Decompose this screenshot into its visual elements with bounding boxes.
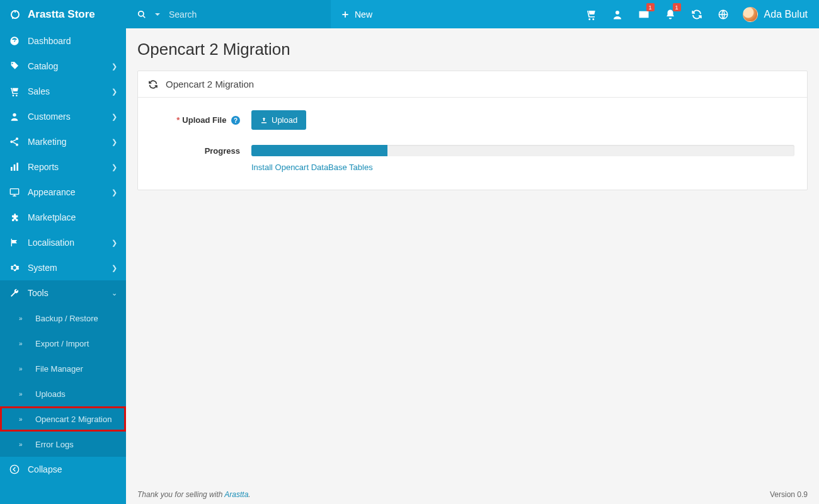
svg-rect-8 (10, 189, 18, 195)
sub-item-label: Uploads (35, 389, 66, 399)
envelope-badge: 1 (646, 3, 655, 11)
help-icon[interactable]: ? (231, 116, 240, 125)
refresh-icon (148, 79, 158, 89)
panel-body: *Upload File ? Upload Progress (138, 98, 807, 190)
svg-point-11 (616, 11, 619, 14)
topbar-right: 1 1 Ada Bulut (578, 0, 819, 28)
sidebar-item-localisation[interactable]: Localisation ❯ (0, 230, 126, 255)
search-filter-caret-icon[interactable] (155, 13, 160, 16)
sidebar-item-appearance[interactable]: Appearance ❯ (0, 180, 126, 205)
topbar-bell-button[interactable]: 1 (657, 0, 684, 28)
chevron-right-icon: ❯ (112, 239, 117, 247)
sub-item-label: Opencart 2 Migration (35, 415, 112, 424)
upload-button[interactable]: Upload (251, 110, 306, 130)
progress-row: Progress Install Opencart DataBase Table… (151, 145, 794, 172)
sidebar-item-reports[interactable]: Reports ❯ (0, 154, 126, 180)
double-chevron-icon: » (19, 441, 28, 448)
sub-item-file-manager[interactable]: »File Manager (0, 356, 126, 381)
sidebar-item-marketing[interactable]: Marketing ❯ (0, 129, 126, 154)
desktop-icon (9, 187, 20, 197)
progress-status-link[interactable]: Install Opencart DataBase Tables (251, 163, 373, 172)
collapse-icon (9, 464, 20, 474)
double-chevron-icon: » (19, 365, 28, 372)
new-button[interactable]: New (331, 0, 382, 28)
double-chevron-icon: » (19, 315, 28, 322)
topbar-user-button[interactable] (604, 0, 631, 28)
sidebar-item-label: Marketplace (28, 212, 76, 222)
flag-icon (9, 238, 20, 248)
chevron-right-icon: ❯ (112, 264, 117, 272)
puzzle-icon (9, 212, 20, 222)
sub-item-uploads[interactable]: »Uploads (0, 381, 126, 406)
upload-button-label: Upload (272, 115, 297, 125)
sidebar-item-customers[interactable]: Customers ❯ (0, 104, 126, 129)
double-chevron-icon: » (19, 416, 28, 423)
avatar (743, 7, 758, 22)
search-input[interactable] (169, 9, 319, 20)
collapse-label: Collapse (28, 464, 62, 474)
sidebar-item-system[interactable]: System ❯ (0, 255, 126, 280)
dashboard-icon (9, 36, 20, 46)
required-asterisk: * (176, 115, 180, 125)
sub-item-backup-restore[interactable]: »Backup / Restore (0, 306, 126, 331)
sidebar-item-label: System (28, 263, 57, 273)
sidebar-item-label: Tools (28, 288, 49, 298)
brand-name: Arastta Store (28, 8, 95, 21)
topbar-user-menu[interactable]: Ada Bulut (736, 7, 819, 22)
chevron-right-icon: ❯ (112, 188, 117, 197)
footer-arastta-link[interactable]: Arastta (224, 490, 248, 499)
sidebar-item-label: Localisation (28, 238, 74, 248)
wrench-icon (9, 288, 20, 298)
upload-icon (260, 117, 268, 124)
search-icon[interactable] (137, 10, 146, 19)
sidebar: Arastta Store Dashboard Catalog ❯ Sales … (0, 0, 126, 504)
sidebar-item-label: Marketing (28, 137, 66, 147)
sidebar-item-tools[interactable]: Tools ⌄ (0, 280, 126, 306)
search-box (126, 0, 331, 28)
sub-item-label: Error Logs (35, 440, 74, 449)
sub-item-label: File Manager (35, 364, 83, 374)
bell-badge: 1 (673, 3, 681, 11)
svg-rect-5 (11, 167, 13, 171)
brand[interactable]: Arastta Store (0, 0, 126, 28)
double-chevron-icon: » (19, 340, 28, 347)
svg-point-2 (10, 140, 13, 143)
chevron-right-icon: ❯ (112, 138, 117, 146)
sidebar-item-label: Appearance (28, 187, 76, 197)
progress-bar-fill (251, 145, 387, 156)
sidebar-item-marketplace[interactable]: Marketplace (0, 205, 126, 230)
topbar-refresh-button[interactable] (684, 0, 710, 28)
footer-thank: Thank you for selling with Arastta. (137, 490, 251, 499)
chart-icon (9, 162, 20, 172)
cart-icon (9, 86, 20, 96)
chevron-right-icon: ❯ (112, 163, 117, 171)
topbar: New 1 1 Ada Bulut (126, 0, 819, 28)
sidebar-item-catalog[interactable]: Catalog ❯ (0, 54, 126, 79)
sub-item-error-logs[interactable]: »Error Logs (0, 432, 126, 457)
progress-wrap: Install Opencart DataBase Tables (251, 145, 794, 172)
sub-item-export-import[interactable]: »Export / Import (0, 331, 126, 356)
brand-logo-icon (9, 8, 21, 21)
progress-bar (251, 145, 794, 156)
svg-point-10 (139, 11, 144, 16)
sidebar-item-dashboard[interactable]: Dashboard (0, 28, 126, 54)
sub-item-opencart2-migration[interactable]: »Opencart 2 Migration (0, 406, 126, 432)
upload-label: *Upload File ? (151, 115, 251, 125)
sidebar-collapse[interactable]: Collapse (0, 457, 126, 482)
topbar-envelope-button[interactable]: 1 (631, 0, 657, 28)
user-icon (9, 112, 20, 122)
sidebar-item-sales[interactable]: Sales ❯ (0, 79, 126, 104)
svg-rect-7 (16, 163, 18, 171)
topbar-cart-button[interactable] (578, 0, 604, 28)
chevron-right-icon: ❯ (112, 88, 117, 96)
main-content: Opencart 2 Migration Opencart 2 Migratio… (126, 28, 819, 485)
tag-icon (9, 61, 20, 71)
topbar-globe-button[interactable] (710, 0, 736, 28)
sub-item-label: Backup / Restore (35, 314, 98, 323)
panel-title: Opencart 2 Migration (166, 79, 254, 89)
svg-point-1 (13, 113, 16, 117)
upload-row: *Upload File ? Upload (151, 110, 794, 130)
gear-icon (9, 263, 20, 273)
plus-icon (341, 10, 350, 19)
sidebar-item-label: Dashboard (28, 36, 71, 46)
